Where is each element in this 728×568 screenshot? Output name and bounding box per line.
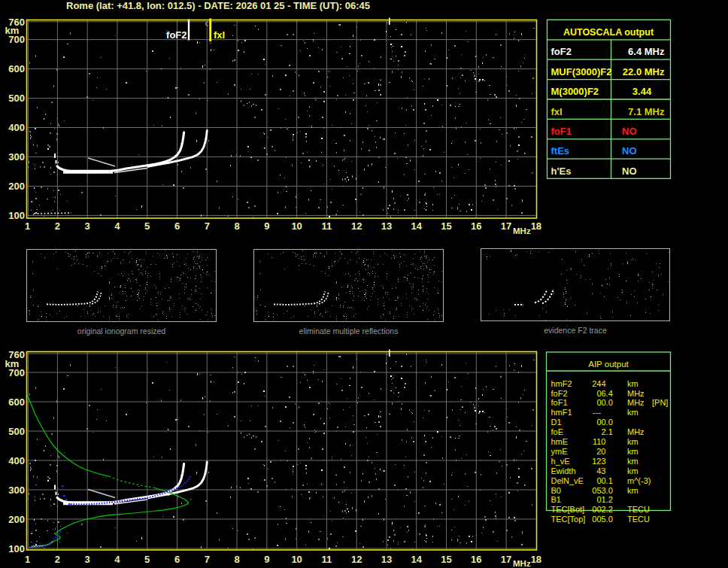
svg-text:[PN]: [PN]	[652, 398, 668, 407]
svg-text:005.0: 005.0	[592, 515, 613, 524]
svg-text:300: 300	[8, 484, 25, 496]
svg-text:TECU: TECU	[627, 515, 650, 524]
svg-text:16: 16	[471, 220, 481, 232]
svg-text:DelN_vE: DelN_vE	[551, 476, 584, 485]
svg-text:TEC[Top]: TEC[Top]	[551, 515, 586, 524]
svg-text:06.4: 06.4	[596, 389, 612, 398]
svg-text:100: 100	[8, 210, 25, 221]
svg-text:MUF(3000)F2: MUF(3000)F2	[551, 66, 612, 77]
svg-text:3: 3	[85, 554, 90, 565]
svg-text:4: 4	[114, 220, 120, 232]
svg-text:AUTOSCALA output: AUTOSCALA output	[563, 27, 654, 38]
svg-text:h_vE: h_vE	[551, 457, 570, 466]
svg-text:400: 400	[8, 122, 25, 133]
svg-text:km: km	[627, 437, 639, 446]
svg-text:km: km	[5, 358, 20, 369]
svg-text:Ewidth: Ewidth	[551, 466, 576, 475]
svg-text:11: 11	[322, 554, 332, 565]
svg-text:foF1: foF1	[551, 126, 572, 137]
svg-text:3: 3	[85, 220, 90, 232]
svg-text:foF2: foF2	[551, 46, 572, 57]
svg-text:11: 11	[322, 220, 332, 232]
svg-text:AIP output: AIP output	[588, 360, 629, 369]
svg-text:1: 1	[25, 220, 30, 232]
svg-text:8: 8	[234, 220, 239, 232]
svg-text:km: km	[627, 457, 639, 466]
svg-text:22.0 MHz: 22.0 MHz	[623, 66, 665, 77]
svg-text:ymE: ymE	[551, 447, 568, 456]
svg-text:2.1: 2.1	[602, 427, 613, 436]
svg-text:400: 400	[8, 455, 25, 466]
svg-text:3.44: 3.44	[632, 86, 652, 97]
svg-text:12: 12	[351, 554, 362, 565]
svg-text:20: 20	[596, 447, 605, 456]
svg-text:18: 18	[531, 554, 541, 565]
svg-text:9: 9	[264, 554, 269, 565]
svg-text:M(3000)F2: M(3000)F2	[551, 86, 599, 97]
svg-text:NO: NO	[622, 166, 637, 177]
svg-text:ftEs: ftEs	[551, 145, 570, 156]
svg-text:14: 14	[411, 220, 423, 232]
svg-text:600: 600	[8, 63, 25, 74]
svg-text:MHz: MHz	[513, 559, 531, 568]
svg-text:km: km	[627, 486, 639, 495]
svg-text:MHz: MHz	[627, 427, 645, 436]
svg-text:01.2: 01.2	[596, 495, 612, 504]
svg-text:110: 110	[593, 437, 606, 446]
svg-text:foF1: foF1	[551, 398, 568, 407]
svg-text:123: 123	[592, 457, 605, 466]
svg-text:00.0: 00.0	[596, 418, 612, 427]
svg-text:8: 8	[234, 554, 239, 565]
svg-text:NO: NO	[622, 145, 637, 156]
svg-text:5: 5	[144, 554, 150, 565]
svg-text:D1: D1	[551, 418, 562, 427]
svg-text:4: 4	[114, 554, 120, 565]
svg-text:16: 16	[471, 554, 481, 565]
svg-text:B1: B1	[551, 495, 561, 504]
svg-text:5: 5	[144, 220, 150, 232]
svg-text:h'Es: h'Es	[551, 166, 572, 177]
svg-text:foF2: foF2	[166, 29, 187, 41]
svg-text:km: km	[627, 379, 639, 388]
svg-text:evidence F2 trace: evidence F2 trace	[544, 326, 607, 335]
svg-text:TECU: TECU	[627, 505, 650, 514]
svg-text:B0: B0	[551, 486, 561, 495]
svg-text:km: km	[5, 25, 20, 36]
svg-text:200: 200	[8, 514, 25, 525]
svg-text:200: 200	[8, 181, 25, 192]
svg-text:053.0: 053.0	[592, 486, 613, 495]
svg-text:2: 2	[55, 220, 60, 232]
svg-text:7.1 MHz: 7.1 MHz	[628, 106, 665, 117]
svg-text:10: 10	[291, 554, 302, 565]
svg-text:300: 300	[8, 151, 25, 163]
svg-text:foF2: foF2	[551, 389, 568, 398]
svg-text:00.1: 00.1	[596, 476, 612, 485]
svg-text:MHz: MHz	[627, 389, 645, 398]
svg-text:m^(-3): m^(-3)	[627, 476, 651, 485]
svg-text:foE: foE	[551, 427, 564, 436]
svg-text:hmF1: hmF1	[551, 408, 572, 417]
svg-text:43: 43	[596, 466, 605, 475]
svg-text:500: 500	[8, 93, 25, 104]
svg-text:15: 15	[441, 554, 451, 565]
svg-text:13: 13	[381, 554, 392, 565]
svg-text:km: km	[627, 466, 639, 475]
svg-text:18: 18	[531, 220, 541, 232]
svg-text:Rome (lat: +41.8, lon: 012.5): Rome (lat: +41.8, lon: 012.5) - DATE: 20…	[66, 0, 370, 11]
svg-text:fxI: fxI	[214, 29, 225, 41]
svg-text:17: 17	[501, 220, 511, 232]
svg-text:2: 2	[55, 554, 60, 565]
svg-text:km: km	[627, 447, 639, 456]
svg-text:15: 15	[441, 220, 451, 232]
svg-text:10: 10	[291, 220, 302, 232]
svg-text:TEC[Bot]: TEC[Bot]	[551, 505, 585, 514]
svg-text:1: 1	[25, 554, 30, 565]
svg-text:7: 7	[205, 554, 210, 565]
svg-text:original ionogram resized: original ionogram resized	[77, 327, 165, 336]
svg-text:6.4 MHz: 6.4 MHz	[628, 46, 665, 57]
svg-text:12: 12	[351, 220, 362, 232]
svg-text:6: 6	[174, 554, 180, 565]
svg-text:14: 14	[411, 554, 423, 565]
svg-text:17: 17	[501, 554, 511, 565]
svg-text:600: 600	[8, 396, 25, 408]
